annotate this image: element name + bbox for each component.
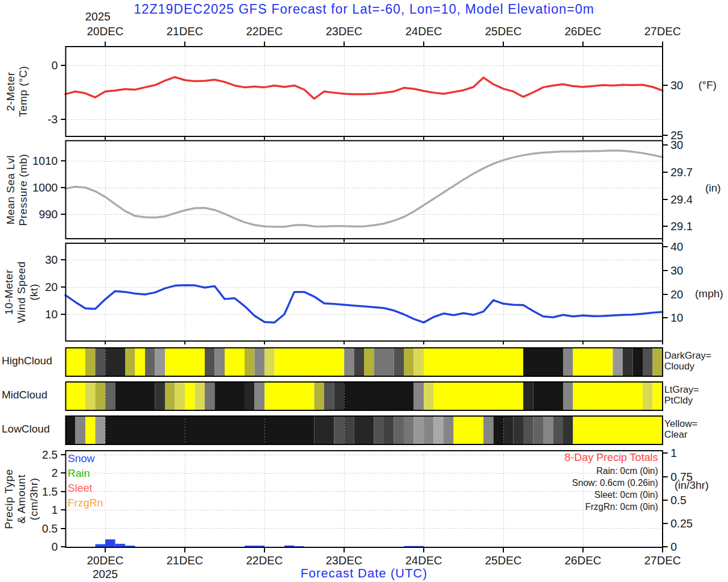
- mid-cloud-segment: [344, 382, 414, 410]
- high-cloud-segment: [96, 348, 106, 376]
- wind-axis-title: 10-Meter Wind Speed (kt): [3, 207, 40, 377]
- low-cloud-segment: [483, 416, 494, 444]
- low-cloud-segment: [563, 416, 573, 444]
- low-cloud-segment: [573, 416, 663, 444]
- precip-right-unit: (in/3hr): [675, 479, 709, 492]
- mid-cloud-segment: [245, 382, 255, 410]
- top-date-label: 24DEC: [406, 25, 442, 38]
- mid-cloud-segment: [424, 382, 434, 410]
- wind-10m-ytick-label: 10: [45, 308, 57, 321]
- bottom-date-label: 21DEC: [167, 554, 203, 567]
- precip-rtick-label: 0.5: [671, 494, 686, 506]
- mid-cloud-segment: [563, 382, 573, 410]
- legend-rain: Rain: [68, 467, 90, 480]
- low-cloud-segment: [404, 416, 414, 444]
- precip-rtick-label: 1: [671, 447, 677, 459]
- high-cloud-segment: [205, 348, 215, 376]
- mid-cloud-segment: [573, 382, 643, 410]
- meteogram-page: 12Z19DEC2025 GFS Forecast for Lat=-60, L…: [0, 0, 728, 582]
- high-cloud-segment: [424, 348, 523, 376]
- bottom-date-label: 25DEC: [485, 554, 522, 567]
- pressure-right-unit: (in): [705, 182, 721, 194]
- mid-cloud-label: MidCloud: [2, 389, 47, 401]
- low-cloud-segment: [543, 416, 553, 444]
- high-cloud-segment: [623, 348, 633, 376]
- precip-ytick-label: 1.5: [42, 485, 58, 498]
- low-cloud-segment: [394, 416, 404, 444]
- mslp-rtick-label: 29.4: [671, 193, 693, 206]
- mid-cloud-segment: [115, 382, 155, 410]
- low-cloud-label: LowCloud: [2, 423, 50, 435]
- low-cloud-segment: [434, 416, 444, 444]
- precip-total-sleet: Sleet: 0cm (0in): [341, 489, 658, 501]
- wind-10m-rtick-label: 30: [671, 264, 683, 277]
- mid-cloud-segment: [185, 382, 195, 410]
- high-cloud-segment: [264, 348, 275, 376]
- snow-bar: [115, 544, 126, 547]
- high-cloud-segment: [135, 348, 146, 376]
- bottom-date-label: 23DEC: [326, 554, 362, 567]
- precip-ytick-label: 0.5: [42, 522, 58, 535]
- high-cloud-segment: [215, 348, 225, 376]
- low-cloud-segment: [76, 416, 86, 444]
- high-cloud-segment: [414, 348, 424, 376]
- low-cloud-segment: [424, 416, 434, 444]
- snow-bar: [96, 544, 106, 547]
- mid-cloud-segment: [165, 382, 175, 410]
- high-cloud-segment: [105, 348, 125, 376]
- bottom-year-label: 2025: [93, 568, 118, 580]
- snow-bar: [105, 539, 115, 547]
- high-cloud-segment: [354, 348, 365, 376]
- low-cloud-segment: [384, 416, 394, 444]
- mid-cloud-segment: [334, 382, 345, 410]
- snow-bar: [414, 546, 424, 547]
- mid-cloud-segment: [85, 382, 96, 410]
- low-cloud-segment: [454, 416, 484, 444]
- high-cloud-segment: [344, 348, 354, 376]
- high-cloud-segment: [633, 348, 643, 376]
- wind-10m-rtick-label: 10: [671, 311, 683, 324]
- low-cloud-segment: [344, 416, 354, 444]
- low-cloud-segment: [96, 416, 106, 444]
- snow-bar: [125, 546, 135, 547]
- precip-totals: 8-Day Precip Totals Rain: 0cm (0in) Snow…: [341, 451, 658, 513]
- mid-cloud-segment: [205, 382, 215, 410]
- temp-2m-rtick-label: 30: [671, 79, 683, 92]
- mslp-rtick-label: 29.7: [671, 166, 693, 178]
- mslp-rtick-label: 30: [671, 139, 683, 151]
- mid-cloud-segment: [653, 382, 663, 410]
- top-year-label: 2025: [85, 10, 111, 23]
- mid-cloud-segment: [215, 382, 245, 410]
- high-cloud-segment: [364, 348, 374, 376]
- precip-ytick-label: 1: [51, 504, 57, 516]
- precip-rtick-label: 0.25: [671, 517, 693, 530]
- low-cloud-segment: [414, 416, 424, 444]
- mid-cloud-segment: [523, 382, 533, 410]
- high-cloud-segment: [573, 348, 613, 376]
- wind-10m-ytick-label: 20: [45, 281, 57, 293]
- precip-total-rain: Rain: 0cm (0in): [341, 465, 658, 477]
- high-cloud-segment: [85, 348, 96, 376]
- top-date-label: 22DEC: [246, 25, 283, 38]
- temp-2m-ytick-label: 0: [51, 59, 57, 72]
- bottom-date-label: 26DEC: [565, 554, 601, 567]
- snow-bar: [404, 546, 414, 547]
- legend-sleet: Sleet: [68, 482, 92, 494]
- high-cloud-label: HighCloud: [2, 355, 52, 367]
- high-cloud-segment: [613, 348, 623, 376]
- low-cloud-segment: [553, 416, 564, 444]
- wind-10m-ytick-label: 30: [45, 253, 57, 266]
- low-cloud-segment: [503, 416, 514, 444]
- mslp-ytick-label: 990: [39, 208, 57, 221]
- high-cloud-segment: [245, 348, 255, 376]
- x-axis-title: Forecast Date (UTC): [199, 566, 529, 581]
- mid-cloud-segment: [155, 382, 166, 410]
- precip-ytick-label: 2.5: [42, 448, 58, 461]
- low-cloud-segment: [494, 416, 504, 444]
- low-cloud-segment: [105, 416, 315, 444]
- precip-axis-title: Precip Type & Amount (cm/3hr): [3, 414, 40, 582]
- temp-right-unit: (°F): [698, 79, 717, 92]
- high-cloud-segment: [155, 348, 166, 376]
- precip-ytick-label: 2: [51, 467, 57, 479]
- low-cloud-segment: [85, 416, 96, 444]
